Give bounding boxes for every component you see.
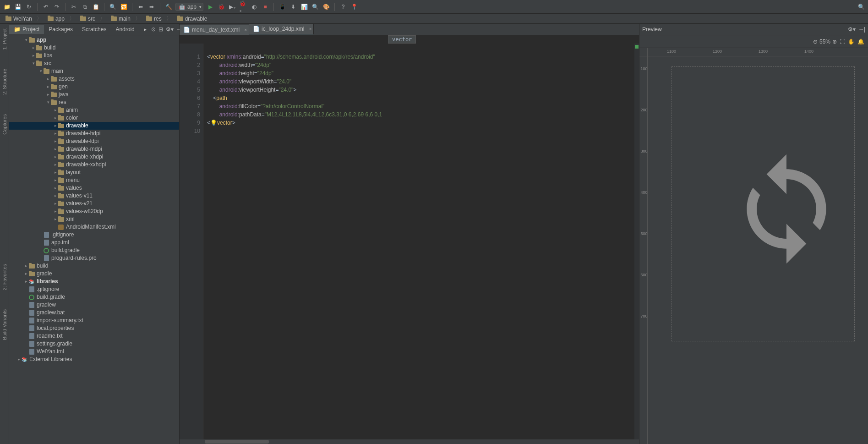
tree-node-build[interactable]: build — [9, 262, 179, 270]
copy-icon[interactable]: ⧉ — [81, 3, 89, 11]
tab-project[interactable]: 📁 Project — [9, 25, 44, 34]
tree-arrow-icon[interactable] — [31, 52, 36, 60]
crumb-main[interactable]: main〉 — [108, 15, 143, 22]
tree-node-app-iml[interactable]: app.iml — [9, 239, 179, 247]
tree-arrow-icon[interactable] — [53, 169, 58, 176]
code-content[interactable]: <vector xmlns:android="http://schemas.an… — [203, 44, 382, 444]
tree-arrow-icon[interactable] — [24, 270, 28, 278]
tree-node-settings-gradle[interactable]: settings.gradle — [9, 340, 179, 348]
tree-node-build-gradle[interactable]: build.gradle — [9, 247, 179, 254]
horizontal-scrollbar[interactable] — [180, 439, 639, 444]
tree-node-androidmanifest-xml[interactable]: AndroidManifest.xml — [9, 223, 179, 231]
tree-node-gradle[interactable]: gradle — [9, 270, 179, 278]
preview-settings-icon[interactable]: ⚙▾ — [848, 26, 856, 33]
run-icon[interactable]: ▶ — [206, 3, 214, 11]
tree-arrow-icon[interactable] — [16, 356, 21, 363]
tree-node-libs[interactable]: libs — [9, 52, 179, 60]
tree-node-src[interactable]: src — [9, 60, 179, 67]
tree-node-build-gradle[interactable]: build.gradle — [9, 293, 179, 301]
zoom-fit-icon[interactable]: ⛶ — [840, 38, 845, 45]
forward-icon[interactable]: ➡ — [147, 3, 156, 11]
tree-arrow-icon[interactable] — [31, 60, 36, 67]
zoom-control[interactable]: ⊖ 55% ⊕ — [813, 38, 837, 45]
crumb-project[interactable]: WeiYan〉 — [3, 15, 45, 22]
tree-arrow-icon[interactable] — [53, 137, 58, 145]
tree-node-layout[interactable]: layout — [9, 169, 179, 176]
tree-node-res[interactable]: res — [9, 99, 179, 106]
theme-editor-icon[interactable]: 🎨 — [322, 3, 330, 11]
tree-node-drawable-xxhdpi[interactable]: drawable-xxhdpi — [9, 161, 179, 169]
run-attach-icon[interactable]: ▶₊ — [228, 3, 236, 11]
tree-arrow-icon[interactable] — [53, 145, 58, 153]
coverage-icon[interactable]: ◐ — [250, 3, 258, 11]
tree-node-color[interactable]: color — [9, 114, 179, 122]
code-editor[interactable]: 12345678910 <vector xmlns:android="http:… — [180, 44, 639, 444]
close-icon[interactable]: × — [244, 27, 247, 33]
code-hint-breadcrumb[interactable]: vector — [388, 35, 416, 44]
tree-node-java[interactable]: java — [9, 91, 179, 99]
redo-icon[interactable]: ↷ — [53, 3, 61, 11]
tree-node--gitignore[interactable]: .gitignore — [9, 285, 179, 293]
tree-arrow-icon[interactable] — [38, 67, 43, 75]
tree-node-gradlew[interactable]: gradlew — [9, 301, 179, 309]
project-tree[interactable]: appbuildlibssrcmainassetsgenjavaresanimc… — [9, 35, 179, 444]
tree-node-readme-txt[interactable]: readme.txt — [9, 332, 179, 340]
tree-node-values-w820dp[interactable]: values-w820dp — [9, 208, 179, 215]
tree-arrow-icon[interactable] — [53, 114, 58, 122]
monitor-icon[interactable]: 📊 — [300, 3, 308, 11]
tw-captures[interactable]: Captures — [1, 111, 8, 137]
close-icon[interactable]: × — [309, 27, 312, 32]
tree-arrow-icon[interactable] — [53, 192, 58, 200]
debug-icon[interactable]: 🐞 — [217, 3, 225, 11]
tree-arrow-icon[interactable] — [53, 176, 58, 184]
tree-node-drawable[interactable]: drawable — [9, 122, 179, 130]
replace-icon[interactable]: 🔁 — [120, 3, 128, 11]
tree-arrow-icon[interactable] — [53, 184, 58, 192]
tw-project[interactable]: 1: Project — [1, 26, 8, 52]
tree-node--gitignore[interactable]: .gitignore — [9, 231, 179, 239]
open-icon[interactable]: 📁 — [3, 3, 11, 11]
crumb-drawable[interactable]: drawable — [175, 16, 210, 22]
tree-node-build[interactable]: build — [9, 44, 179, 52]
scroll-to-source-icon[interactable]: ⊙ — [151, 26, 156, 33]
sync-icon[interactable]: ↻ — [25, 3, 33, 11]
zoom-in-icon[interactable]: ⊕ — [832, 38, 837, 45]
crumb-res[interactable]: res〉 — [143, 15, 175, 22]
crumb-src[interactable]: src〉 — [77, 15, 108, 22]
tree-node-app[interactable]: app — [9, 36, 179, 44]
panel-settings-icon[interactable]: ⚙▾ — [166, 26, 174, 33]
tw-structure[interactable]: 2: Structure — [1, 66, 8, 98]
notifications-icon[interactable]: 🔔 — [857, 38, 864, 45]
find-icon[interactable]: 🔍 — [109, 3, 117, 11]
tree-arrow-icon[interactable] — [24, 262, 28, 270]
paste-icon[interactable]: 📋 — [92, 3, 100, 11]
tree-node-values[interactable]: values — [9, 184, 179, 192]
tab-more[interactable]: ▸ — [139, 25, 151, 34]
error-stripe[interactable] — [634, 44, 639, 444]
tree-node-main[interactable]: main — [9, 67, 179, 75]
tree-node-values-v11[interactable]: values-v11 — [9, 192, 179, 200]
tree-arrow-icon[interactable] — [53, 106, 58, 114]
debug-attach-icon[interactable]: 🐞₊ — [239, 3, 247, 11]
tree-arrow-icon[interactable] — [46, 91, 50, 99]
tree-node-anim[interactable]: anim — [9, 106, 179, 114]
tree-arrow-icon[interactable] — [46, 75, 50, 83]
help-icon[interactable]: ? — [339, 3, 347, 11]
memory-indicator-icon[interactable]: 📍 — [350, 3, 358, 11]
hide-preview-icon[interactable]: →| — [858, 26, 865, 33]
tree-node-external-libraries[interactable]: 📚External Libraries — [9, 356, 179, 363]
tree-node-libraries[interactable]: 📚libraries — [9, 278, 179, 285]
preview-canvas[interactable]: 1100 1200 1300 1400 100 200 300 400 500 … — [639, 48, 868, 444]
tree-arrow-icon[interactable] — [53, 130, 58, 137]
tree-arrow-icon[interactable] — [24, 278, 28, 285]
tree-node-xml[interactable]: xml — [9, 215, 179, 223]
tree-node-gradlew-bat[interactable]: gradlew.bat — [9, 309, 179, 317]
tree-arrow-icon[interactable] — [53, 215, 58, 223]
back-icon[interactable]: ⬅ — [136, 3, 145, 11]
tree-arrow-icon[interactable] — [53, 208, 58, 215]
tab-scratches[interactable]: Scratches — [77, 25, 111, 34]
collapse-all-icon[interactable]: ⊟ — [158, 26, 163, 33]
pan-icon[interactable]: ✋ — [848, 38, 855, 45]
tree-node-weiyan-iml[interactable]: WeiYan.iml — [9, 348, 179, 356]
tree-node-import-summary-txt[interactable]: import-summary.txt — [9, 317, 179, 324]
